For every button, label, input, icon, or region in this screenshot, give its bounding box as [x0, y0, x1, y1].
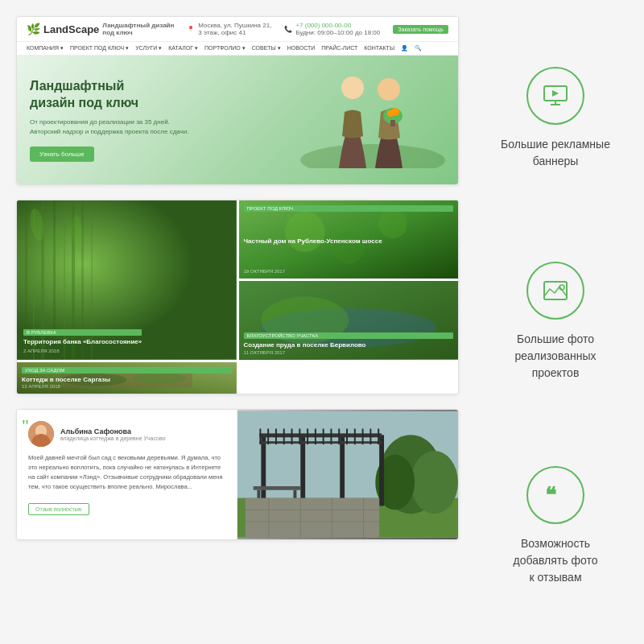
svg-rect-75 [544, 282, 567, 299]
hero-screenshot: 🌿 LandScape Ландшафтный дизайнпод ключ 📍… [16, 16, 459, 185]
svg-rect-57 [354, 429, 356, 445]
nav-services[interactable]: УСЛУГИ ▾ [135, 45, 162, 52]
svg-rect-55 [338, 429, 340, 445]
testimonial-photo [237, 410, 458, 539]
nav-price[interactable]: ПРАЙС-ЛИСТ [321, 45, 357, 52]
nav-tips[interactable]: СОВЕТЫ ▾ [252, 45, 281, 52]
phone-icon: 📞 [284, 26, 292, 33]
hero-banner: Ландшафтныйдизайн под ключ От проектиров… [17, 56, 458, 184]
hero-cta-button[interactable]: Узнать больше [30, 147, 94, 162]
portfolio-item-bank: В РУБЛЕВКА Территория банка «Благосостоя… [17, 200, 237, 360]
svg-point-23 [332, 231, 365, 263]
logo-text: LandScape [43, 23, 99, 35]
svg-rect-41 [340, 435, 345, 506]
site-nav: КОМПАНИЯ ▾ ПРОЕКТ ПОД КЛЮЧ ▾ УСЛУГИ ▾ КА… [17, 42, 458, 56]
screenshots-column: 🌿 LandScape Ландшафтный дизайнпод ключ 📍… [0, 0, 475, 644]
nav-user-icon[interactable]: 👤 [401, 45, 408, 52]
portfolio-title-2: Частный дом на Рублево-Успенском шоссе [244, 237, 454, 246]
logo-leaf-icon: 🌿 [27, 23, 40, 35]
hero-title: Ландшафтныйдизайн под ключ [30, 78, 300, 112]
portfolio-tag-4: УХОД ЗА САДОМ [22, 367, 232, 374]
svg-rect-64 [246, 498, 379, 538]
nav-news[interactable]: НОВОСТИ [287, 45, 316, 52]
features-column: Большие рекламные баннеры Большие фоторе… [475, 0, 644, 644]
portfolio-grid: В РУБЛЕВКА Территория банка «Благосостоя… [17, 200, 458, 394]
svg-rect-53 [323, 429, 324, 445]
svg-point-33 [31, 438, 51, 447]
svg-rect-48 [283, 429, 285, 445]
read-more-button[interactable]: Отзыв полностью [28, 503, 89, 515]
portfolio-date-1: 2 АПРЕЛЯ 2018 [23, 349, 142, 353]
author-name: Альбина Сафонова [60, 427, 166, 436]
feature-banners-label: Большие рекламные баннеры [491, 136, 620, 170]
feature-banners: Большие рекламные баннеры [483, 16, 628, 220]
svg-point-31 [28, 421, 54, 447]
feature-reviews-icon-circle: ❝ [526, 466, 584, 524]
hero-people-illustration [300, 72, 445, 168]
hero-text: Ландшафтныйдизайн под ключ От проектиров… [30, 78, 300, 163]
svg-point-1 [341, 76, 364, 99]
feature-portfolio-icon-circle [526, 262, 584, 320]
portfolio-tag-1: В РУБЛЕВКА [23, 329, 142, 336]
svg-rect-59 [369, 429, 371, 445]
svg-point-22 [378, 209, 407, 238]
svg-rect-56 [346, 429, 348, 445]
image-landscape-icon [541, 276, 570, 305]
monitor-play-icon [541, 81, 570, 110]
testimonial-author: " Альбина Сафонова владелица коттеджа в … [28, 421, 225, 447]
svg-rect-45 [259, 429, 261, 445]
testimonial-content: " Альбина Сафонова владелица коттеджа в … [17, 410, 237, 539]
testimonial-text: Моей давней мечтой был сад с вековыми де… [28, 453, 225, 492]
author-avatar [28, 421, 54, 447]
nav-project[interactable]: ПРОЕКТ ПОД КЛЮЧ ▾ [70, 45, 129, 52]
portfolio-item-pond: БЛАГОУСТРОЙСТВО УЧАСТКА Создание пруда в… [239, 281, 459, 359]
nav-contacts[interactable]: КОНТАКТЫ [364, 45, 394, 52]
portfolio-screenshot: В РУБЛЕВКА Территория банка «Благосостоя… [16, 200, 459, 394]
header-address: 📍 Москва, ул. Пушкина 21,3 этаж, офис 41 [187, 22, 271, 36]
hero-subtitle: От проектирования до реализации за 35 дн… [30, 118, 300, 137]
author-role: владелица коттеджа в деревне Учасово [60, 436, 166, 441]
svg-rect-51 [307, 429, 308, 445]
svg-point-37 [411, 451, 458, 514]
location-icon: 📍 [187, 26, 195, 33]
portfolio-date-4: 13 АПРЕЛЯ 2018 [22, 384, 232, 389]
nav-portfolio[interactable]: ПОРТФОЛИО ▾ [204, 45, 246, 52]
nav-search-icon[interactable]: 🔍 [415, 45, 422, 52]
portfolio-item-cottage: УХОД ЗА САДОМ Коттедж в поселке Саргазы … [17, 362, 237, 394]
portfolio-tag-3: БЛАГОУСТРОЙСТВО УЧАСТКА [244, 332, 454, 339]
svg-rect-40 [300, 435, 305, 506]
svg-rect-47 [275, 429, 277, 445]
svg-rect-46 [267, 429, 269, 445]
svg-rect-60 [378, 429, 379, 445]
svg-rect-52 [315, 429, 316, 445]
quote-icon: ❝ [541, 481, 570, 510]
portfolio-tag-2: ПРОЕКТ ПОД КЛЮЧ [244, 205, 454, 212]
site-header: 🌿 LandScape Ландшафтный дизайнпод ключ 📍… [17, 17, 458, 42]
svg-point-5 [387, 110, 394, 117]
pergola-svg [237, 410, 458, 539]
svg-point-32 [35, 425, 47, 436]
portfolio-title-4: Коттедж в поселке Саргазы [22, 376, 232, 384]
svg-point-21 [284, 212, 324, 252]
svg-rect-42 [379, 435, 384, 506]
svg-rect-54 [330, 429, 332, 445]
testimonial-screenshot: " Альбина Сафонова владелица коттеджа в … [16, 409, 459, 540]
svg-rect-61 [254, 486, 301, 490]
portfolio-date-3: 11 ОКТЯБРЯ 2017 [244, 350, 454, 355]
nav-company[interactable]: КОМПАНИЯ ▾ [27, 45, 64, 52]
feature-portfolio-label: Большие фотореализованныхпроектов [515, 331, 597, 382]
nav-catalog[interactable]: КАТАЛОГ ▾ [168, 45, 198, 52]
svg-rect-49 [291, 429, 293, 445]
feature-reviews: ❝ Возможностьдобавлять фоток отзывам [483, 424, 628, 628]
portfolio-title-3: Создание пруда в поселке Бервилово [244, 341, 454, 349]
feature-reviews-label: Возможностьдобавлять фоток отзывам [514, 535, 598, 586]
feature-banners-icon-circle [526, 67, 584, 125]
svg-rect-6 [390, 120, 395, 126]
svg-point-2 [378, 78, 400, 101]
people-svg [300, 72, 445, 168]
svg-point-0 [300, 144, 445, 168]
header-phone: 📞 +7 (000) 000-00-00 Будни: 09:00–10:00 … [284, 22, 380, 36]
order-button[interactable]: Заказать помощь [393, 25, 448, 34]
svg-text:❝: ❝ [545, 484, 556, 507]
svg-rect-39 [261, 435, 266, 506]
